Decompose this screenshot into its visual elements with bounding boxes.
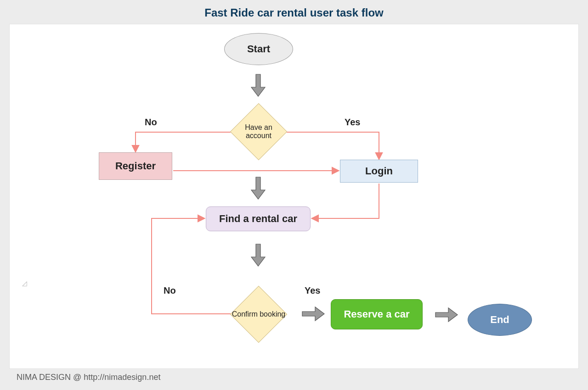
node-reserve: Reserve a car (331, 299, 423, 329)
edge-label-confirm-no: No (164, 285, 176, 296)
flowchart-canvas: ◿ Start Have a (9, 24, 579, 369)
node-end: End (468, 304, 532, 336)
node-decision-confirm: Confirm booking (231, 287, 286, 342)
page-title: Fast Ride car rental user task flow (0, 0, 588, 24)
footer-credit: NIMA DESIGN @ http://nimadesign.net (0, 369, 588, 382)
block-arrow-right-icon (434, 306, 459, 323)
block-arrow-down-icon (250, 242, 266, 268)
edge-label-account-yes: Yes (345, 117, 360, 128)
block-arrow-down-icon (250, 72, 266, 98)
resize-handle-icon[interactable]: ◿ (22, 279, 28, 286)
node-decision-account-label: Have an account (231, 104, 286, 159)
node-decision-account: Have an account (231, 104, 286, 159)
block-arrow-down-icon (250, 175, 266, 201)
node-start: Start (224, 33, 293, 65)
node-register: Register (99, 152, 172, 180)
edge-label-account-no: No (145, 117, 157, 128)
node-login: Login (340, 160, 418, 183)
block-arrow-right-icon (300, 306, 326, 322)
node-find-car: Find a rental car (206, 206, 311, 231)
node-decision-confirm-label: Confirm booking (231, 287, 286, 342)
edge-label-confirm-yes: Yes (305, 285, 320, 296)
